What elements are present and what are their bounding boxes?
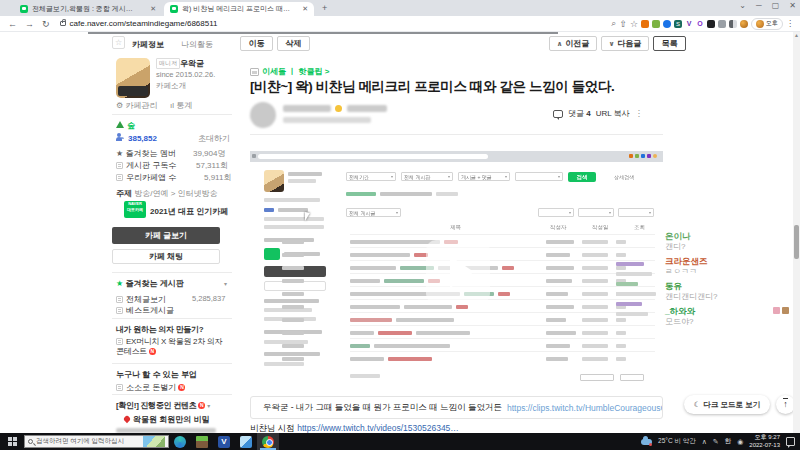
minimize-button[interactable]: ─ (756, 1, 762, 10)
caption-link[interactable]: https://clips.twitch.tv/HumbleCourageous… (507, 403, 663, 413)
sidebar-item-money[interactable]: 소소로 돈벌기 N (116, 382, 185, 393)
video-player[interactable]: 전체기간 전체 게시판 게시글 + 댓글 검색 상세검색 전체 게시글 제목 작… (250, 151, 663, 398)
cafe-chat-button[interactable]: 카페 채팅 (112, 249, 220, 264)
topic-value[interactable]: 방송/연예 > 인터넷방송 (134, 189, 217, 198)
chrome-menu-icon[interactable]: ⋮ (786, 19, 794, 28)
tab-my-activity[interactable]: 나의활동 (181, 39, 213, 50)
weather-cloud-icon (641, 439, 652, 445)
dark-mode-button[interactable]: ☾ 다크 모드로 보기 (684, 395, 770, 414)
action-center-icon[interactable] (786, 437, 795, 446)
post-more-icon[interactable]: ⋮ (635, 109, 643, 118)
pin-icon (123, 415, 131, 423)
ext-green-icon[interactable] (652, 20, 660, 28)
divider (112, 394, 232, 395)
cafe-stats-link[interactable]: ıl 통계 (170, 100, 192, 111)
browser-profile-chip[interactable]: 오후 (751, 18, 783, 30)
refresh-icon[interactable]: ↻ (42, 19, 50, 29)
video-filter-period: 전체기간 (346, 172, 396, 181)
content-top-border (88, 32, 558, 34)
sidebar-group-content[interactable]: [확인!] 진행중인 컨텐츠 N ▾ (116, 400, 210, 411)
ext-avatar-icon[interactable] (740, 20, 748, 28)
taskbar-v-app-icon[interactable]: V (213, 433, 235, 450)
zoom-ext-icon[interactable]: ⌕ (611, 18, 616, 29)
cafe-intro-link[interactable]: 카페소개 (156, 81, 186, 91)
play-button[interactable] (426, 240, 490, 304)
tab-close-icon[interactable]: ✕ (150, 5, 156, 13)
tab-cafe-info[interactable]: 카페정보 (132, 39, 164, 50)
board-subs-label: 게시판 구독수 (116, 160, 176, 171)
close-button[interactable]: ✕ (789, 1, 796, 10)
chat-message: _하와와 모드야? (665, 307, 791, 326)
ext-o-icon[interactable]: O (696, 20, 704, 28)
sidebar-group-chair: 내가 원하는 의자 만들기? (116, 324, 203, 335)
weather-text[interactable]: 25°C 비 약간 (658, 437, 696, 446)
ext-black-icon[interactable] (707, 20, 715, 28)
forward-icon[interactable]: → (25, 19, 34, 29)
taskbar-clock[interactable]: 오후 9:27 2022-07-13 (749, 434, 780, 449)
ext-orange-icon[interactable] (641, 20, 649, 28)
new-tab-button[interactable]: + (322, 3, 327, 13)
url-copy-button[interactable]: URL 복사 (596, 108, 630, 119)
move-button[interactable]: 이동 (240, 36, 273, 51)
chat-text: 갠디? (665, 242, 791, 251)
chat-message: 온이나 갠디? (665, 232, 791, 251)
manager-name[interactable]: 우왁굳 (180, 58, 204, 69)
cafe-favorite-star-button[interactable]: ☆ (112, 36, 125, 49)
post-category[interactable]: 이세돌 ㅣ 핫클립 > (250, 66, 329, 77)
chevron-down-icon[interactable]: ▾ (224, 280, 227, 287)
video-filter-type: 게시글 + 댓글 (458, 172, 510, 181)
url-text[interactable]: cafe.naver.com/steamindiegame/6868511 (70, 19, 218, 28)
ext-v-icon[interactable]: V (685, 20, 693, 28)
taskbar-blue-app-icon[interactable] (235, 433, 257, 450)
cafe-manage-link[interactable]: ⚙ 카페관리 (116, 100, 157, 111)
volume-icon[interactable]: ◉ (737, 438, 743, 446)
tab-search-icon[interactable]: ⌄ (739, 1, 746, 10)
share-icon[interactable]: ⇧ (619, 19, 627, 29)
ext-s-icon[interactable]: S (674, 20, 682, 28)
ext-split-icon[interactable] (729, 20, 737, 28)
ext-blue-circle-icon[interactable] (663, 20, 671, 28)
sidebar-item-secret[interactable]: 왁물원 회원만의 비밀 (124, 414, 209, 425)
taskbar-chrome-icon-active[interactable] (257, 433, 279, 450)
start-button[interactable] (0, 433, 24, 450)
extensions-puzzle-icon[interactable] (718, 20, 726, 28)
hidden-icons-chevron[interactable]: ∧ (702, 438, 707, 446)
back-icon[interactable]: ← (8, 19, 17, 29)
sidebar-item-best-posts[interactable]: 베스트게시글 (116, 305, 174, 316)
browser-tabstrip: 전체글보기,왁물원 : 종합 게시… ✕ 왁) 비챤님 메리크리 프로미스 때…… (0, 0, 800, 16)
invite-link[interactable]: 초대하기 (198, 133, 230, 144)
members-icon (116, 133, 125, 141)
maximize-button[interactable]: ▢ (772, 1, 780, 10)
browser-tab-1[interactable]: 전체글보기,왁물원 : 종합 게시… ✕ (14, 2, 162, 16)
taskbar-search-box[interactable]: 검색하려면 여기에 입력하십시 (24, 435, 169, 448)
forest-link[interactable]: 숲 (116, 120, 135, 131)
ime-indicator[interactable]: 한 (725, 437, 732, 446)
post-title: [비챤~] 왁) 비챤님 메리크리 프로미스 때와 같은 느낌이 들었다. (250, 78, 670, 96)
fav-boards-header[interactable]: ★ 즐겨찾는 게시판 (116, 278, 184, 289)
comment-bubble-icon (553, 110, 563, 118)
author-level-badge (335, 105, 342, 112)
divider (112, 318, 232, 319)
cafe-logo[interactable] (116, 58, 150, 98)
taskbar-minecraft-icon[interactable] (191, 433, 213, 450)
browser-tab-2-active[interactable]: 왁) 비챤님 메리크리 프로미스 때… ✕ (164, 2, 314, 16)
divider (112, 272, 232, 273)
tab-close-icon[interactable]: ✕ (302, 5, 308, 13)
prev-post-button[interactable]: ∧이전글 (549, 36, 597, 51)
cafe-read-button[interactable]: 카페 글보기 (112, 227, 220, 244)
delete-button[interactable]: 삭제 (277, 36, 310, 51)
search-highlight-thumbnail[interactable] (143, 435, 165, 448)
bookmark-star-icon[interactable]: ☆ (630, 19, 638, 29)
footer-link[interactable]: https://www.twitch.tv/videos/1530526345… (297, 423, 459, 433)
sidebar-item-all-posts[interactable]: 전체글보기 (116, 294, 166, 305)
scrollbar-thumb[interactable] (794, 225, 799, 259)
windows-ink-icon[interactable]: ✎ (713, 438, 719, 446)
sidebar-item-chair-contest[interactable]: EX머니치 X 왁물원 2차 의자 콘테스트 N (116, 337, 228, 357)
taskbar-edge-icon[interactable] (169, 433, 191, 450)
author-avatar[interactable] (250, 102, 276, 128)
comments-link[interactable]: 댓글 4 (568, 108, 591, 119)
list-button[interactable]: 목록 (653, 36, 686, 51)
scrollbar-up-arrow[interactable]: ▲ (793, 32, 800, 40)
next-post-button[interactable]: ∨다음글 (601, 36, 649, 51)
tab-title: 왁) 비챤님 메리크리 프로미스 때… (182, 4, 290, 14)
